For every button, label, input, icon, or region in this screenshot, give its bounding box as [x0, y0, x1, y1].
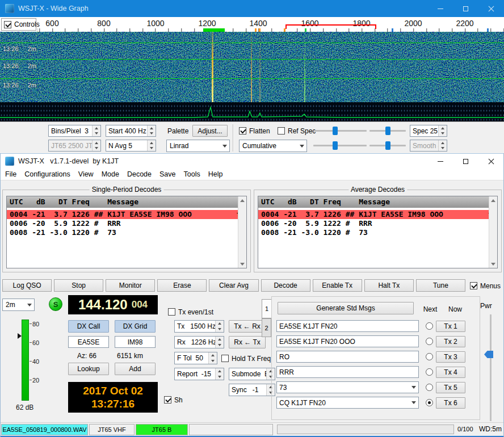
tx6-now-button[interactable]: Tx 6 — [436, 397, 465, 409]
clear-avg-button[interactable]: Clear Avg — [209, 279, 258, 292]
scroll-up-icon[interactable] — [491, 196, 495, 204]
spin-up-icon[interactable] — [215, 321, 224, 326]
spin-down-icon[interactable] — [215, 342, 224, 348]
menu-tools[interactable]: Tools — [180, 169, 204, 180]
log-qso-button[interactable]: Log QSO — [2, 279, 52, 292]
scroll-up-icon[interactable] — [240, 196, 245, 204]
decode-row[interactable]: 0008 -21 -3.0 1220 # 73 — [7, 228, 238, 237]
tx6-next-radio[interactable] — [426, 399, 433, 406]
dx-call-button[interactable]: DX Call — [68, 320, 109, 333]
rx-freq-spinner[interactable]: Rx 1226 Hz — [174, 336, 224, 348]
scrollbar[interactable] — [489, 196, 497, 268]
enable-tx-button[interactable]: Enable Tx — [313, 279, 362, 292]
f-tol-spinner[interactable]: F Tol 50 — [174, 352, 217, 364]
spin-up-icon[interactable] — [215, 368, 224, 374]
meter-tick — [30, 361, 32, 362]
spinner-buttons[interactable] — [215, 368, 224, 380]
tx-freq-value: Tx 1500 Hz — [175, 321, 215, 332]
maximize-button[interactable] — [453, 154, 478, 169]
scrollbar[interactable] — [238, 196, 246, 268]
tx3-message-field[interactable]: RO — [276, 351, 419, 363]
slider-track[interactable] — [490, 314, 492, 421]
submode-value: Submode B — [229, 368, 266, 380]
tx5-now-button[interactable]: Tx 5 — [436, 382, 465, 393]
spinner-buttons[interactable] — [208, 352, 217, 364]
dropdown-arrow-icon[interactable] — [25, 299, 34, 310]
tune-button[interactable]: Tune — [416, 279, 465, 292]
dx-grid-button[interactable]: DX Grid — [115, 320, 156, 333]
stop-button[interactable]: Stop — [54, 279, 103, 292]
erase-button[interactable]: Erase — [157, 279, 207, 292]
report-spinner[interactable]: Report -15 — [174, 368, 224, 380]
menu-configurations[interactable]: Configurations — [20, 169, 74, 180]
menu-decode[interactable]: Decode — [123, 169, 156, 180]
tx6-message-combo[interactable]: CQ K1JT FN20 — [276, 397, 419, 409]
meter-tick-label: 40 — [32, 358, 39, 365]
rx-progress-bar — [277, 425, 454, 434]
meter-tick-label: 60 — [32, 339, 39, 346]
tx-even-checkbox[interactable]: Tx even/1st — [168, 308, 213, 316]
dropdown-arrow-icon[interactable] — [409, 382, 418, 393]
tx-freq-spinner[interactable]: Tx 1500 Hz — [174, 320, 224, 333]
halt-tx-button[interactable]: Halt Tx — [364, 279, 414, 292]
spin-up-icon[interactable] — [208, 352, 217, 358]
add-button[interactable]: Add — [115, 363, 156, 375]
tx5-next-radio[interactable] — [426, 384, 433, 391]
tx3-next-radio[interactable] — [426, 353, 433, 360]
menu-view[interactable]: View — [74, 169, 98, 180]
dropdown-arrow-icon[interactable] — [409, 397, 418, 408]
submode-spinner[interactable]: Submode B — [229, 368, 275, 380]
dx-call-field[interactable]: EA5SE — [68, 336, 109, 348]
tx1-message-field[interactable]: EA5SE K1JT FN20 — [276, 320, 419, 332]
spin-up-icon[interactable] — [215, 337, 224, 342]
tx2-now-button[interactable]: Tx 2 — [436, 336, 465, 347]
spin-down-icon[interactable] — [208, 358, 217, 364]
menu-save[interactable]: Save — [156, 169, 180, 180]
tx-from-rx-button[interactable]: Tx ← Rx — [229, 320, 266, 333]
sync-spinner[interactable]: Sync -1 — [229, 384, 275, 396]
wav-file-status: EA5SE_050819_000800.WAV — [1, 424, 88, 435]
scroll-down-icon[interactable] — [491, 260, 495, 268]
dx-grid-field[interactable]: IM98 — [115, 336, 156, 348]
sh-checkbox[interactable]: Sh — [164, 396, 183, 404]
tx2-message-value: EA5SE K1JT FN20 OOO — [277, 338, 418, 346]
tx5-message-combo[interactable]: 73 — [276, 381, 419, 393]
generate-std-msgs-button[interactable]: Generate Std Msgs — [278, 302, 414, 314]
minimize-button[interactable] — [427, 154, 453, 169]
decode-row[interactable]: 0006 -20 5.9 1222 # RRR — [7, 219, 238, 228]
hold-tx-freq-checkbox[interactable]: Hold Tx Freq — [221, 354, 271, 363]
tx1-now-button[interactable]: Tx 1 — [436, 321, 465, 332]
spinner-buttons[interactable] — [215, 321, 224, 332]
menus-checkbox[interactable]: Menus — [470, 281, 501, 290]
monitor-button[interactable]: Monitor — [106, 279, 155, 292]
tx1-next-radio[interactable] — [426, 322, 433, 330]
tab-messages-1[interactable]: 1 — [262, 299, 271, 318]
decode-row[interactable]: 0004 -21 3.7 1226 ## K1JT EA5SE IM98 OOO… — [258, 210, 489, 219]
spin-down-icon[interactable] — [215, 374, 224, 380]
menu-file[interactable]: File — [1, 169, 20, 180]
decode-button[interactable]: Decode — [261, 279, 310, 292]
tx3-now-button[interactable]: Tx 3 — [436, 351, 465, 363]
spinner-buttons[interactable] — [215, 337, 224, 348]
tx2-next-radio[interactable] — [426, 338, 433, 345]
decode-row[interactable]: 0006 -20 5.9 1222 # RRR — [258, 219, 489, 228]
lookup-button[interactable]: Lookup — [68, 363, 109, 375]
tx4-message-field[interactable]: RRR — [276, 366, 419, 378]
tab-messages-2[interactable]: 2 — [262, 318, 271, 337]
scroll-down-icon[interactable] — [240, 260, 245, 268]
menu-help[interactable]: Help — [204, 169, 227, 180]
main-titlebar[interactable]: WSJT-X v1.7.1-devel by K1JT — [0, 153, 504, 169]
tx4-next-radio[interactable] — [426, 368, 433, 376]
tx4-now-button[interactable]: Tx 4 — [436, 367, 465, 378]
rx-from-tx-button[interactable]: Rx ← Tx — [229, 336, 266, 348]
spin-down-icon[interactable] — [215, 326, 224, 332]
decode-row[interactable]: 0008 -21 -3.0 1220 # 73 — [258, 228, 489, 237]
decode-row[interactable]: 0004 -21 3.7 1226 ## K1JT EA5SE IM98 OOO… — [7, 210, 238, 219]
maximize-icon — [463, 159, 468, 164]
menu-mode[interactable]: Mode — [98, 169, 123, 180]
slider-handle-icon[interactable] — [484, 351, 493, 358]
band-select-combo[interactable]: 2m — [2, 299, 35, 311]
close-button[interactable] — [478, 154, 504, 169]
pwr-slider[interactable] — [482, 314, 495, 421]
tx2-message-field[interactable]: EA5SE K1JT FN20 OOO — [276, 335, 419, 347]
